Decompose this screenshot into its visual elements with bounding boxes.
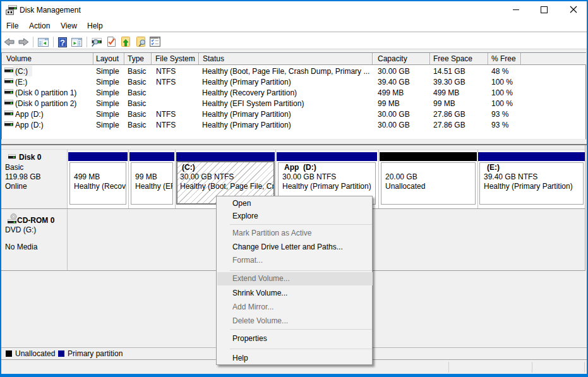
svg-text:?: ? — [60, 38, 65, 47]
